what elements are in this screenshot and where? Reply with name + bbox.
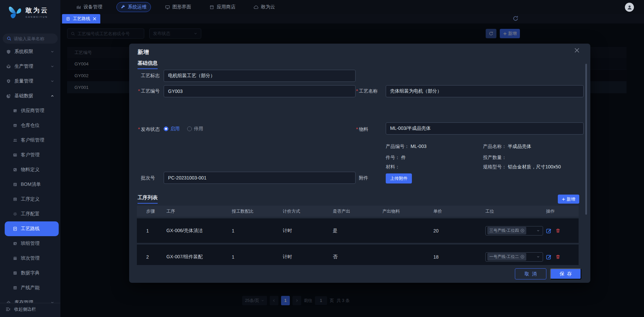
chevron-down-icon bbox=[50, 301, 54, 303]
product-name-line: 产品名称：半成品壳体 bbox=[483, 144, 531, 150]
nav-ganwei-cloud[interactable]: 敢为云 bbox=[250, 2, 279, 12]
steps-table-header: 步骤 工序 报工数配比 计价方式 是否产出 产出物料 单价 工位 操作 bbox=[137, 206, 579, 217]
shield-icon bbox=[6, 49, 11, 54]
add-step-button[interactable]: 新增 bbox=[558, 195, 579, 204]
upload-attachment-button[interactable]: 上传附件 bbox=[386, 173, 412, 183]
workstation-select[interactable]: 三号产线-工位四 bbox=[485, 226, 543, 235]
nav-system-operations[interactable]: 系统运维 bbox=[116, 2, 151, 12]
sidebar-item-quality-management[interactable]: 质量管理 bbox=[0, 74, 60, 89]
sidebar-item-supplier-management[interactable]: 供应商管理 bbox=[0, 103, 60, 118]
sidebar-item-data-dictionary[interactable]: 数据字典 bbox=[0, 266, 60, 280]
close-modal-icon[interactable] bbox=[574, 48, 582, 55]
sidebar: 敢为云 GANWEIYUN 系统权限 生产管理 质量管理 bbox=[0, 0, 60, 317]
material-info-line: 材料： bbox=[386, 164, 401, 170]
team-drive-icon bbox=[13, 241, 17, 246]
capacity-chart-icon bbox=[13, 285, 17, 290]
sidebar-item-process-definition[interactable]: 工序定义 bbox=[0, 192, 60, 207]
close-tab-icon[interactable] bbox=[93, 17, 96, 20]
sidebar-item-system-permissions[interactable]: 系统权限 bbox=[0, 46, 60, 59]
chevron-down-icon bbox=[50, 64, 54, 68]
sidebar-item-team-management[interactable]: 班组管理 bbox=[0, 236, 60, 251]
sidebar-item-production-management[interactable]: 生产管理 bbox=[0, 59, 60, 74]
row-operations bbox=[546, 228, 579, 233]
user-avatar[interactable] bbox=[625, 3, 634, 12]
process-name-input[interactable] bbox=[386, 85, 584, 97]
workstation-select[interactable]: 一号产线-工位二 bbox=[485, 252, 543, 262]
step-row: 1 GX-006/壳体清洁 1 计时 是 20 三号产线-工位四 bbox=[137, 218, 579, 243]
top-navigation: 设备管理 系统运维 图形界面 应用商店 敢为云 bbox=[72, 0, 279, 14]
edit-step-icon[interactable] bbox=[546, 254, 551, 260]
nav-label: 设备管理 bbox=[84, 4, 102, 10]
nav-app-store[interactable]: 应用商店 bbox=[205, 2, 239, 12]
edit-step-icon[interactable] bbox=[546, 228, 551, 233]
delete-step-icon[interactable] bbox=[555, 254, 560, 259]
sidebar-item-customer-group-management[interactable]: 客户组管理 bbox=[0, 133, 60, 148]
nav-device-management[interactable]: 设备管理 bbox=[72, 2, 106, 12]
menu-search-input[interactable] bbox=[14, 36, 51, 41]
sidebar-divider bbox=[0, 303, 60, 303]
sidebar-item-line-capacity[interactable]: 产线产能 bbox=[0, 280, 60, 295]
workstation-tag: 三号产线-工位四 bbox=[487, 227, 526, 234]
sidebar-item-warehouse-location[interactable]: 仓库仓位 bbox=[0, 118, 60, 133]
publish-status-radio-group: 启用 停用 bbox=[164, 126, 203, 132]
person-icon bbox=[627, 4, 633, 10]
sidebar-item-process-route[interactable]: 工艺路线 bbox=[5, 221, 59, 236]
radio-enabled[interactable]: 启用 bbox=[164, 126, 180, 132]
process-code-label: 工艺编号 bbox=[141, 88, 160, 94]
required-mark: * bbox=[138, 126, 140, 132]
process-mark-input[interactable] bbox=[164, 70, 356, 82]
batch-no-input[interactable] bbox=[164, 172, 356, 184]
document-icon bbox=[66, 17, 70, 21]
dictionary-icon bbox=[13, 271, 17, 275]
add-process-modal: 新增 基础信息 工艺标志 * 工艺编号 * 工艺名称 * 发布状态 启用 停用 … bbox=[129, 44, 590, 283]
basic-info-section-title: 基础信息 bbox=[138, 60, 158, 69]
chevron-down-icon bbox=[536, 255, 540, 259]
warehouse-icon bbox=[13, 123, 17, 128]
sidebar-item-bom-list[interactable]: BOM清单 bbox=[0, 177, 60, 192]
product-no-line: 产品编号：ML-003 bbox=[386, 144, 426, 150]
process-name-label: 工艺名称 bbox=[359, 88, 378, 94]
sidebar-item-shift-management[interactable]: 班次管理 bbox=[0, 251, 60, 266]
sidebar-item-process-configuration[interactable]: 工序配置 bbox=[0, 207, 60, 221]
tab-bar: 工艺路线 bbox=[60, 14, 644, 23]
chevron-down-icon bbox=[50, 50, 54, 54]
cancel-button[interactable]: 取消 bbox=[515, 268, 546, 279]
workstation-tag: 一号产线-工位二 bbox=[487, 253, 526, 261]
production-qty-line: 投产数量： bbox=[483, 155, 508, 161]
chevron-down-icon bbox=[50, 79, 54, 83]
spec-model-line: 规格型号：铝合金材质，尺寸100x50 bbox=[483, 164, 561, 170]
monitor-icon bbox=[165, 5, 170, 10]
menu-search[interactable] bbox=[3, 34, 58, 44]
chevron-down-icon bbox=[536, 229, 540, 232]
process-mark-label: 工艺标志 bbox=[141, 73, 160, 79]
collapse-icon bbox=[5, 307, 11, 312]
butterfly-logo-icon bbox=[8, 3, 23, 20]
plus-icon bbox=[562, 198, 565, 201]
tab-process-route[interactable]: 工艺路线 bbox=[62, 14, 100, 23]
collapse-sidebar-button[interactable]: 收起侧边栏 bbox=[5, 306, 36, 312]
sidebar-item-customer-management[interactable]: 客户管理 bbox=[0, 148, 60, 162]
wrench-icon bbox=[121, 5, 125, 9]
save-button[interactable]: 保存 bbox=[550, 268, 581, 279]
modal-scrollbar[interactable] bbox=[585, 64, 587, 215]
people-group-icon bbox=[13, 138, 17, 143]
remove-tag-icon[interactable] bbox=[521, 229, 524, 232]
sidebar-item-inventory-management[interactable]: 库存管理 bbox=[0, 295, 60, 303]
process-code-input[interactable] bbox=[164, 85, 356, 97]
delete-step-icon[interactable] bbox=[555, 228, 560, 233]
bom-doc-icon bbox=[13, 182, 17, 187]
refresh-tabs-icon[interactable] bbox=[513, 15, 519, 22]
remove-tag-icon[interactable] bbox=[521, 255, 524, 259]
sidebar-item-material-definition[interactable]: 物料定义 bbox=[0, 162, 60, 177]
store-icon bbox=[209, 5, 214, 10]
sidebar-item-basic-data[interactable]: 基础数据 bbox=[0, 89, 60, 103]
nav-graphic-interface[interactable]: 图形界面 bbox=[161, 2, 195, 12]
modal-body: 新增 基础信息 工艺标志 * 工艺编号 * 工艺名称 * 发布状态 启用 停用 … bbox=[129, 44, 590, 265]
radio-disabled[interactable]: 停用 bbox=[187, 126, 203, 132]
nav-label: 图形界面 bbox=[172, 4, 191, 10]
step-row: 2 GX-007/组件装配 1 计时 否 18 一号产线-工位二 bbox=[137, 245, 579, 265]
brand-logo: 敢为云 GANWEIYUN bbox=[8, 3, 49, 20]
device-icon bbox=[76, 5, 81, 10]
material-input[interactable] bbox=[386, 122, 584, 135]
required-mark: * bbox=[138, 88, 140, 94]
